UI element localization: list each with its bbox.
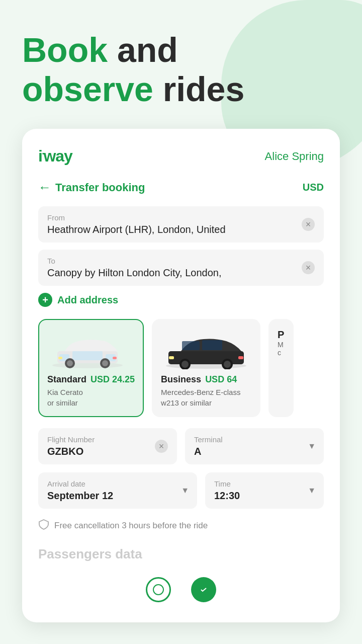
terminal-dropdown-icon: ▼ xyxy=(308,442,316,451)
arrival-date-field[interactable]: Arrival date September 12 ▼ xyxy=(38,472,197,509)
shield-icon xyxy=(38,519,49,532)
datetime-row: Arrival date September 12 ▼ Time 12:30 ▼ xyxy=(38,472,324,509)
from-value: Heathrow Airport (LHR), London, United xyxy=(47,224,315,235)
hero-rides: rides xyxy=(153,70,244,108)
time-field[interactable]: Time 12:30 ▼ xyxy=(205,472,324,509)
vehicle-business[interactable]: Business USD 64 Mercedes-Benz E-class w2… xyxy=(152,319,260,417)
card-header: i•way Alice Spring xyxy=(38,147,324,166)
vehicle-model-standard: Kia Cerato or similar xyxy=(47,387,135,408)
bottom-hint xyxy=(38,572,324,602)
svg-rect-20 xyxy=(238,356,243,359)
vehicle-type-label-business: Business xyxy=(161,374,201,385)
vehicle-price-standard: USD 24.25 xyxy=(90,374,135,385)
svg-rect-3 xyxy=(72,351,103,360)
terminal-label: Terminal xyxy=(194,435,315,444)
vehicles-row: Standard USD 24.25 Kia Cerato or similar xyxy=(38,319,324,417)
vehicle-partial-sub: Mc xyxy=(278,341,285,357)
flight-number-label: Flight Number xyxy=(47,435,168,444)
user-name[interactable]: Alice Spring xyxy=(265,150,324,163)
add-icon: + xyxy=(38,293,52,307)
date-dropdown-icon: ▼ xyxy=(181,486,189,495)
bottom-dot-outline[interactable] xyxy=(146,577,171,602)
terminal-value: A xyxy=(194,446,315,457)
to-field[interactable]: To Canopy by Hilton London City, London,… xyxy=(38,250,324,286)
close-icon-2: × xyxy=(306,263,311,273)
add-address-button[interactable]: + Add address xyxy=(38,293,324,307)
flight-number-value: GZBKO xyxy=(47,446,168,457)
time-dropdown-icon: ▼ xyxy=(308,486,316,495)
vehicle-price-business: USD 64 xyxy=(205,374,237,385)
svg-point-8 xyxy=(102,360,108,366)
logo: i•way xyxy=(38,147,72,166)
close-icon-3: × xyxy=(159,441,164,452)
svg-rect-12 xyxy=(168,351,244,364)
svg-rect-14 xyxy=(202,340,222,350)
svg-rect-13 xyxy=(182,341,200,350)
time-value: 12:30 xyxy=(214,490,315,502)
vehicle-partial-label: P xyxy=(278,329,285,341)
from-field[interactable]: From Heathrow Airport (LHR), London, Uni… xyxy=(38,206,324,243)
vehicle-type-price-business: Business USD 64 xyxy=(161,374,251,385)
currency-button[interactable]: USD xyxy=(303,182,324,193)
svg-point-18 xyxy=(224,361,231,368)
car-image-standard xyxy=(47,329,128,369)
terminal-field[interactable]: Terminal A ▼ xyxy=(185,428,324,464)
cancellation-text: Free cancellation 3 hours before the rid… xyxy=(54,521,208,531)
car-image-business xyxy=(161,329,251,369)
svg-point-16 xyxy=(182,361,189,368)
svg-rect-9 xyxy=(58,357,62,359)
svg-rect-19 xyxy=(169,356,174,359)
vehicle-standard[interactable]: Standard USD 24.25 Kia Cerato or similar xyxy=(38,319,144,417)
hero-observe: observe xyxy=(22,70,153,108)
vehicle-type-price-standard: Standard USD 24.25 xyxy=(47,374,135,385)
nav-row: ← Transfer booking USD xyxy=(38,180,324,195)
flight-number-field[interactable]: Flight Number GZBKO × xyxy=(38,428,177,464)
back-button[interactable]: ← Transfer booking xyxy=(38,180,145,195)
close-icon: × xyxy=(306,219,311,230)
svg-rect-10 xyxy=(113,357,117,359)
hero-title: Book and observe rides xyxy=(22,30,340,109)
car-svg-white xyxy=(47,329,128,369)
vehicle-partial[interactable]: P Mc xyxy=(268,319,294,417)
to-value: Canopy by Hilton London City, London, xyxy=(47,267,315,279)
svg-point-21 xyxy=(153,585,163,595)
hero-book: Book xyxy=(22,31,108,69)
to-label: To xyxy=(47,257,315,265)
from-clear-button[interactable]: × xyxy=(302,218,315,231)
check-icon xyxy=(152,584,164,596)
car-svg-dark xyxy=(161,329,251,369)
hero-and: and xyxy=(108,31,178,69)
flight-clear-button[interactable]: × xyxy=(155,440,168,453)
cancellation-note: Free cancellation 3 hours before the rid… xyxy=(38,519,324,532)
check-icon-2 xyxy=(198,584,210,596)
shield-svg xyxy=(38,519,49,530)
back-arrow-icon: ← xyxy=(38,180,51,195)
arrival-date-value: September 12 xyxy=(47,490,188,502)
from-label: From xyxy=(47,213,315,222)
vehicle-model-business: Mercedes-Benz E-class w213 or similar xyxy=(161,387,251,408)
vehicle-type-label-standard: Standard xyxy=(47,374,86,385)
passengers-title: Passengers data xyxy=(38,546,324,562)
bottom-dot-filled[interactable] xyxy=(191,577,216,602)
booking-card: i•way Alice Spring ← Transfer booking US… xyxy=(22,129,340,622)
nav-title: Transfer booking xyxy=(55,181,145,194)
flight-row: Flight Number GZBKO × Terminal A ▼ xyxy=(38,428,324,464)
svg-point-6 xyxy=(67,360,73,366)
time-label: Time xyxy=(214,479,315,488)
add-address-label: Add address xyxy=(57,294,118,306)
arrival-date-label: Arrival date xyxy=(47,479,188,488)
to-clear-button[interactable]: × xyxy=(302,261,315,274)
